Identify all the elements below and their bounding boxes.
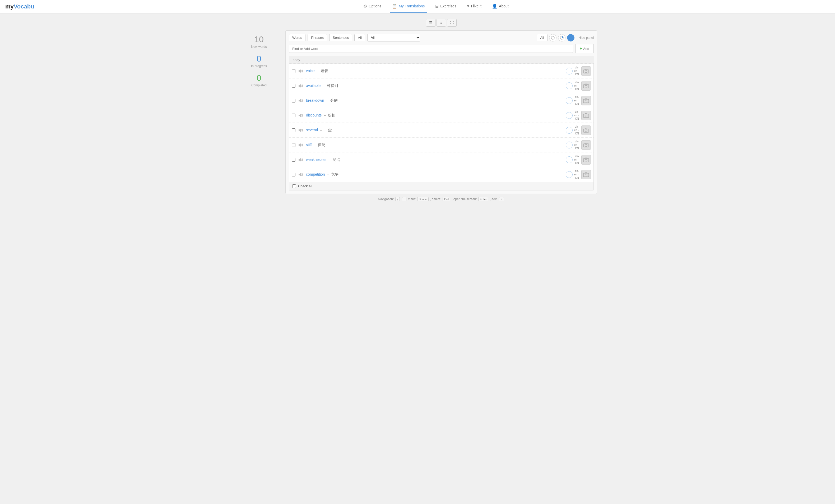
camera-btn-7[interactable] [581,155,591,165]
word-en-5[interactable]: several [306,128,318,132]
word-en-3[interactable]: breakdown [306,98,324,103]
word-en-1[interactable]: voice [306,69,315,73]
nav-up-key: ↑ [395,197,400,201]
view-fullscreen-btn[interactable]: ⛶ [447,19,456,27]
filter-all-btn[interactable]: All [354,34,365,41]
svg-marker-15 [299,128,301,132]
nav-space-key: Space [417,197,429,201]
camera-btn-5[interactable] [581,125,591,135]
view-list-btn[interactable]: ☰ [426,19,435,27]
nav-prefix: Navigation: [378,197,394,201]
mark-btn-5[interactable] [566,127,573,134]
lang-mid-2: en→ [574,84,580,87]
word-row: breakdown – 分解 zh- en→ CN [289,93,593,108]
language-select[interactable]: All English Chinese French German Spanis… [367,34,420,41]
lang-bot-4: CN [575,117,579,121]
svg-point-14 [585,115,587,117]
filter-words-btn[interactable]: Words [289,34,305,41]
word-text-4: discounts – 折扣 [306,113,564,118]
hide-panel-btn[interactable]: Hide panel [579,36,594,40]
lang-mid-8: en→ [574,173,580,176]
nav-item-options[interactable]: ⚙ Options [361,0,383,13]
word-checkbox-8[interactable] [292,173,296,176]
mark-btn-7[interactable] [566,156,573,163]
header: myVocabu ⚙ Options 📋 My Translations ⊞ E… [0,0,835,13]
word-text-5: several – 一些 [306,128,564,132]
nav-item-my-translations[interactable]: 📋 My Translations [390,0,427,13]
add-word-btn[interactable]: + Add [575,44,594,53]
lang-top-2: zh- [575,81,579,84]
sound-icon-6[interactable] [298,142,304,148]
word-cn-8: 竞争 [331,172,339,176]
svg-point-26 [585,174,587,176]
word-checkbox-3[interactable] [292,99,296,103]
word-text-2: available – 可得到 [306,83,564,88]
sound-icon-3[interactable] [298,98,304,104]
search-input[interactable] [289,45,573,53]
lang-mid-3: en→ [574,99,580,102]
nav-item-exercises[interactable]: ⊞ Exercises [433,0,459,13]
status-filter-partial-btn[interactable] [558,34,566,41]
nav-item-about[interactable]: 👤 About [490,0,511,13]
sound-icon-7[interactable] [298,156,304,163]
camera-btn-6[interactable] [581,140,591,150]
stat-new-words-label: New words [238,45,280,48]
sound-icon-8[interactable] [298,171,304,178]
mark-btn-4[interactable] [566,112,573,119]
nav-fullscreen-label: open full-screen: [453,197,477,201]
mark-btn-3[interactable] [566,97,573,104]
lang-top-7: zh- [575,154,579,158]
svg-point-5 [585,70,587,72]
sound-icon-1[interactable] [298,68,304,74]
mark-btn-1[interactable] [566,68,573,75]
camera-icon [583,98,589,103]
main-container: 10 New words 0 In progress 0 Completed ☰… [232,14,603,207]
sound-icon-2[interactable] [298,83,304,89]
camera-icon [583,113,589,118]
nav-mark-label: mark: [408,197,416,201]
svg-marker-21 [299,158,301,162]
word-sep-6: – [314,143,317,147]
mark-btn-8[interactable] [566,171,573,178]
camera-btn-2[interactable] [581,81,591,90]
word-checkbox-4[interactable] [292,113,296,117]
camera-btn-3[interactable] [581,96,591,105]
word-checkbox-6[interactable] [292,143,296,147]
status-all-label[interactable]: All [537,34,547,41]
fullscreen-view-icon: ⛶ [450,21,454,25]
camera-btn-4[interactable] [581,111,591,120]
view-toggles: ☰ ≡ ⛶ [285,19,597,27]
word-en-2[interactable]: available [306,83,321,88]
view-compact-btn[interactable]: ≡ [436,19,446,27]
word-checkbox-1[interactable] [292,69,296,73]
word-sep-1: – [317,69,320,73]
word-checkbox-2[interactable] [292,84,296,88]
filter-phrases-btn[interactable]: Phrases [308,34,327,41]
camera-btn-1[interactable] [581,66,591,76]
word-en-4[interactable]: discounts [306,113,322,117]
word-en-8[interactable]: competition [306,172,325,176]
word-en-6[interactable]: stiff [306,143,312,147]
word-row: stiff – 僵硬 zh- en→ CN [289,138,593,152]
filter-sentences-btn[interactable]: Sentences [329,34,352,41]
word-actions-3: zh- en→ CN [566,96,591,106]
search-row: + Add [289,44,594,53]
nav-e-key: E [499,197,504,201]
word-cn-2: 可得到 [327,83,338,88]
check-all-label[interactable]: Check all [298,184,312,188]
check-all-checkbox[interactable] [292,184,296,188]
sound-icon-4[interactable] [298,112,304,119]
word-en-7[interactable]: weaknesses [306,158,326,162]
status-filter-empty-btn[interactable] [549,34,556,41]
camera-icon [583,143,589,147]
sound-icon-5[interactable] [298,127,304,133]
camera-btn-8[interactable] [581,170,591,180]
mark-btn-2[interactable] [566,82,573,89]
svg-marker-18 [299,143,301,147]
status-filter-full-btn[interactable] [567,34,574,41]
mark-btn-6[interactable] [566,142,573,148]
nav-item-i-like-it[interactable]: ♥ I like it [465,0,484,13]
word-checkbox-5[interactable] [292,128,296,132]
word-checkbox-7[interactable] [292,158,296,162]
word-cn-7: 弱点 [333,158,340,162]
